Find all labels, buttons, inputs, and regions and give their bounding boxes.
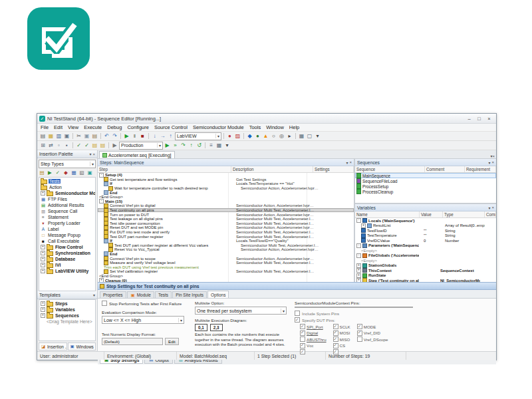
menu-semiconductor-module[interactable]: Semiconductor Module	[193, 124, 244, 130]
palette-item-statement[interactable]: ≡Statement	[39, 214, 95, 220]
pin-checkbox-abusthru[interactable]: ABUSThru	[300, 336, 327, 342]
pin-checkbox-miso[interactable]: MISO	[333, 336, 350, 342]
entry-point-dropdown[interactable]: Production▾	[119, 142, 163, 150]
palette-run-icon[interactable]: ▶	[47, 170, 53, 176]
variable-row-stationglobals[interactable]: +StationGlobals	[355, 263, 496, 269]
expander-icon[interactable]: +	[356, 268, 361, 273]
palette-item-semiconductor-module[interactable]: +Semiconductor Module	[39, 190, 95, 196]
variable-row-testflowid[interactable]: TestFlowID""String	[355, 228, 496, 233]
break-icon[interactable]: ‖	[131, 132, 138, 140]
sequence-file-icon[interactable]: ▤	[91, 142, 98, 149]
palette-item-label[interactable]: ALabel	[39, 226, 95, 232]
entry-point-icon[interactable]: ▶	[111, 142, 118, 149]
check-toggle-icon[interactable]: ✓	[75, 142, 82, 149]
step-row-set-vref-calibration-register[interactable]: Set Vref calibration registerSemiconduct…	[98, 269, 354, 274]
expander-icon[interactable]: -	[356, 243, 361, 248]
title-bar[interactable]: ✓ NI TestStand (64-bit) - Sequence Edito…	[37, 114, 496, 124]
check-toggle2-icon[interactable]: ✓	[83, 142, 90, 149]
minimize-button[interactable]: –	[464, 116, 474, 122]
menu-debug[interactable]: Debug	[107, 124, 122, 130]
print-icon[interactable]: ▣	[63, 132, 70, 140]
paste-icon[interactable]: ▤	[91, 132, 98, 140]
variable-row-empty[interactable]: <Empty>	[355, 248, 496, 253]
alert-icon[interactable]: ▲	[262, 132, 269, 140]
steps-panel-header[interactable]: Steps: MainSequence ▾ ×	[98, 159, 354, 166]
palette-item-ivi[interactable]: +IVI	[39, 262, 95, 268]
step-up-icon[interactable]: ↑	[188, 142, 195, 149]
close-button[interactable]: ×	[484, 116, 494, 122]
templates-header[interactable]: Templates ▾	[37, 291, 97, 299]
sequence-row-mainsequence[interactable]: MainSequence	[355, 173, 496, 178]
expander-icon[interactable]: +	[41, 251, 45, 255]
expander-icon[interactable]: -	[356, 218, 361, 223]
variable-row-locals-mainsequence[interactable]: -Locals ('MainSequence')	[355, 218, 496, 223]
palette-item-variables[interactable]: +Variables	[39, 307, 95, 313]
insertion-palette-tab[interactable]: ◪Insertion ...	[39, 342, 67, 350]
palette-item-drag-template-here[interactable]: <Drag Template Here>	[39, 319, 95, 325]
breakpoint-icon[interactable]: ●	[226, 132, 233, 140]
multisite-option-dropdown[interactable]: One thread per subsystem ▾	[195, 307, 287, 315]
sequence-row-processcleanup[interactable]: ProcessCleanup	[355, 189, 496, 194]
update-icon[interactable]: ●	[254, 132, 261, 140]
variables-panel-header[interactable]: Variables ▾ ×	[355, 204, 496, 211]
pin-checkbox-sclk[interactable]: SCLK	[333, 324, 350, 329]
menu-source-control[interactable]: Source Control	[154, 124, 188, 130]
variable-row-runstate[interactable]: +RunState	[355, 273, 496, 279]
column-name[interactable]: Name	[355, 211, 420, 217]
variable-row-parameters-mainsequence[interactable]: -Parameters ('MainSequence')	[355, 243, 496, 249]
pin-checkbox-vref-did[interactable]: Vref_DID	[357, 331, 388, 336]
pin-checkbox-cs[interactable]: CS	[333, 343, 350, 348]
teal-check-app-icon[interactable]	[27, 7, 90, 70]
specify-dut-pins-checkbox[interactable]: Specify DUT Pins:	[295, 317, 413, 323]
find-next-icon[interactable]: ◎	[278, 132, 285, 140]
expander-icon[interactable]: +	[361, 223, 366, 228]
menu-view[interactable]: View	[68, 124, 78, 130]
small-toggle-icon[interactable]: ▫	[55, 142, 63, 149]
more-caret-icon[interactable]: ▾	[223, 142, 231, 149]
variable-row-empty[interactable]: <Empty>	[355, 258, 496, 263]
attach-icon[interactable]: ▸	[286, 132, 293, 140]
variable-row-testtemperature[interactable]: TestTemperature""String	[355, 233, 496, 239]
tabbar-close-icon[interactable]: ×	[492, 154, 495, 158]
palette-grid-icon[interactable]: ▦	[70, 170, 77, 176]
menu-window[interactable]: Window	[266, 124, 284, 130]
context-pins-field[interactable]: CS,Gnd,MISO,MODE,MOSI,RST,SCLK,Vcc,Vref_…	[295, 307, 413, 308]
new-file-icon[interactable]: ▤	[39, 132, 47, 140]
column-sequence[interactable]: Sequence	[355, 166, 425, 172]
document-tab-accelerometer[interactable]: Accelerometer.seq [Executing]	[99, 151, 175, 158]
pin-checkbox-mosi[interactable]: MOSI	[333, 331, 350, 336]
column-description[interactable]: Description	[231, 166, 313, 172]
step-row-cleanup-0[interactable]: +Cleanup (0)	[98, 278, 354, 282]
maximize-button[interactable]: □	[474, 116, 484, 122]
menu-edit[interactable]: Edit	[54, 124, 63, 130]
settings-tab-pin-site-inputs[interactable]: Pin Site Inputs	[172, 291, 207, 298]
expander-icon[interactable]: +	[41, 301, 45, 306]
expander-icon[interactable]: +	[41, 313, 45, 318]
expander-icon[interactable]: -	[356, 253, 361, 258]
expander-icon[interactable]: +	[41, 191, 45, 196]
palette-shade-icon[interactable]: ▧	[78, 170, 85, 176]
copy-icon[interactable]: ▣	[83, 132, 90, 140]
palette-item-sequence-call[interactable]: ▥Sequence Call	[39, 208, 95, 214]
cut-icon[interactable]: ✂	[75, 132, 82, 140]
expander-icon[interactable]: +	[41, 257, 45, 261]
palette-stop-icon[interactable]: ◆	[63, 170, 69, 176]
variable-row-step-test-continuity-on-all-pins[interactable]: +Step ('Test continuity on all pins')NI_…	[355, 278, 496, 282]
grid-view-icon[interactable]: ▦	[298, 132, 305, 140]
display-format-field[interactable]: (Default)	[102, 338, 163, 345]
expander-icon[interactable]: +	[41, 263, 45, 267]
palette-item-steps[interactable]: +Steps	[39, 301, 95, 307]
run-entry-icon[interactable]: ▶	[164, 142, 171, 149]
undo-icon[interactable]: ↶	[103, 132, 110, 140]
split-view-icon[interactable]: ▢	[306, 132, 313, 140]
step-types-dropdown[interactable]: Step Types ▾	[39, 160, 96, 168]
deploy-icon[interactable]: ◆	[246, 132, 253, 140]
variable-row-resultlist[interactable]: +ResultListArray of Result[0..empty]	[355, 223, 496, 229]
column-comment[interactable]: Comment	[425, 166, 465, 172]
expander-icon[interactable]: +	[41, 269, 45, 273]
templates-pin-icon[interactable]: ▾	[93, 293, 95, 297]
settings-tab-properties[interactable]: Properties	[100, 291, 126, 298]
column-step[interactable]: Step	[98, 166, 231, 172]
step-out-icon[interactable]: ↑	[167, 132, 174, 140]
pin-checkbox-mode[interactable]: MODE	[357, 324, 388, 329]
